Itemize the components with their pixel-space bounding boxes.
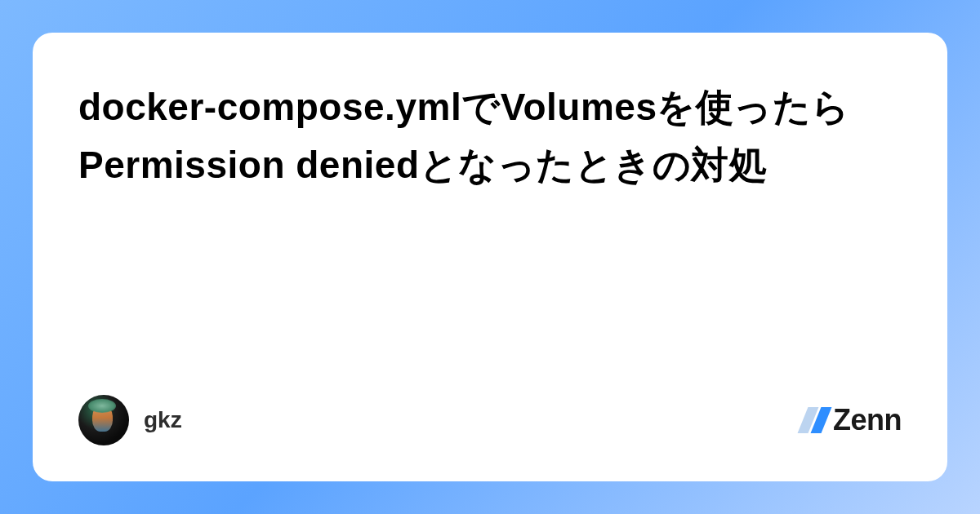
platform-name: Zenn bbox=[833, 403, 902, 437]
platform-brand[interactable]: Zenn bbox=[803, 403, 902, 437]
article-title: docker-compose.ymlでVolumesを使ったらPermissio… bbox=[78, 78, 902, 195]
author-block[interactable]: gkz bbox=[78, 395, 182, 445]
author-name: gkz bbox=[144, 407, 182, 433]
article-card: docker-compose.ymlでVolumesを使ったらPermissio… bbox=[33, 33, 947, 481]
card-footer: gkz Zenn bbox=[78, 395, 902, 445]
author-avatar bbox=[78, 395, 129, 445]
zenn-logo-icon bbox=[803, 407, 826, 433]
